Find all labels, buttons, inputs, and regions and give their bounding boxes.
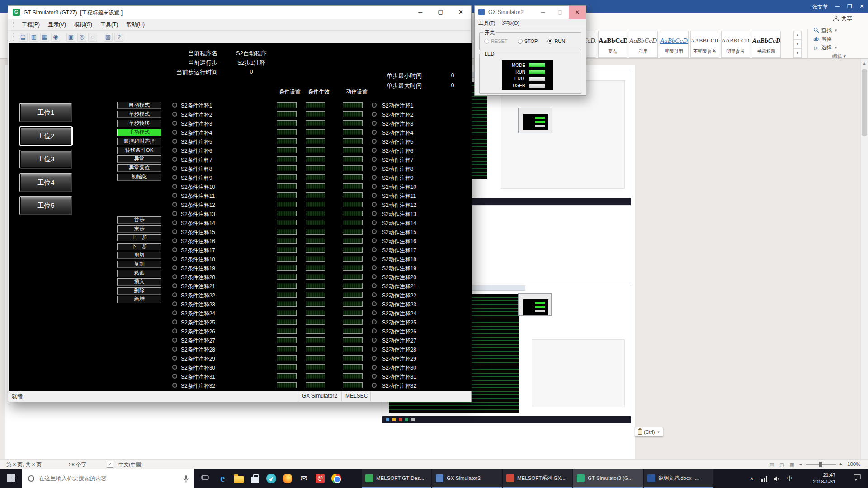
taskbar-firefox-button[interactable] [279, 469, 296, 488]
scroll-up-icon[interactable]: ▲ [861, 60, 868, 67]
gt-menu-4[interactable]: 工具(T) [96, 19, 122, 30]
taskbar-store-button[interactable] [247, 469, 263, 488]
style-要点[interactable]: AaBbCcD要点 [598, 31, 627, 58]
condition-active-led [306, 346, 326, 352]
taskbar-mail-button[interactable] [296, 469, 312, 488]
condition-label: S2条件注释27 [181, 337, 215, 345]
condition-active-led [306, 292, 326, 298]
word-close-button[interactable]: ✕ [856, 0, 868, 13]
show-desktop-button[interactable] [866, 469, 868, 488]
taskbar-clock[interactable]: 21:47 2018-1-31 [796, 469, 838, 488]
hmi-time-row-2: 单步最大时间0 [387, 82, 462, 92]
gt-toolbar-zoom-icon[interactable]: ◎ [77, 33, 86, 42]
zoom-out-button[interactable]: − [799, 461, 802, 467]
gallery-up-icon[interactable]: ▲ [793, 31, 802, 40]
condition-active-led [306, 274, 326, 280]
taskbar-chrome-button[interactable] [328, 469, 344, 488]
gt-menu-1[interactable]: 工程(P) [18, 19, 44, 30]
zoom-in-button[interactable]: + [839, 461, 842, 467]
gt-toolbar-snapshot-icon[interactable]: ◉ [51, 33, 60, 42]
taskbar-app-2[interactable]: GX Simulator2 [432, 469, 502, 488]
gx-switch-run[interactable]: RUN [547, 38, 565, 44]
gx-switch-reset[interactable]: RESET [484, 38, 508, 44]
gt-menu-2[interactable]: 显示(V) [44, 19, 70, 30]
gt-toolbar-property-icon[interactable]: ▧ [104, 33, 113, 42]
network-icon[interactable] [759, 469, 770, 488]
taskbar-app-4[interactable]: GT Simulator3 (G... [573, 469, 643, 488]
style-不明显参考[interactable]: AABBCCD:不明显参考 [690, 31, 719, 58]
gx-menu-2[interactable]: 选项(O) [502, 20, 520, 27]
action-center-button[interactable] [850, 469, 864, 488]
gt-toolbar-print-icon[interactable]: ▦ [40, 33, 49, 42]
zoom-slider[interactable] [806, 464, 836, 465]
taskbar-search-box[interactable] [22, 469, 194, 488]
word-minimize-button[interactable]: ─ [831, 0, 844, 13]
read-mode-icon[interactable]: ▤ [769, 461, 775, 468]
gt-minimize-button[interactable]: ─ [410, 6, 430, 19]
word-restore-button[interactable]: ❐ [844, 0, 856, 13]
gt-close-button[interactable]: ✕ [451, 6, 471, 19]
word-count[interactable]: 28 个字 [69, 461, 86, 468]
print-layout-icon[interactable]: ▢ [778, 461, 785, 468]
gt-toolbar-save-icon[interactable]: ▥ [29, 33, 38, 42]
taskbar-file-explorer-button[interactable] [231, 469, 247, 488]
microphone-icon[interactable] [183, 475, 189, 483]
condition-indicator [172, 238, 177, 243]
gallery-down-icon[interactable]: ▼ [793, 40, 802, 49]
proofing-icon[interactable]: ✓ [107, 461, 113, 468]
task-view-button[interactable] [196, 469, 214, 488]
menubar-grip[interactable] [13, 21, 14, 28]
word-user-name[interactable]: 张文苹 [812, 3, 828, 11]
toolbar-grip[interactable] [13, 33, 14, 41]
gx-close-button[interactable]: ✕ [569, 6, 586, 19]
condition-indicator [172, 148, 177, 153]
gallery-more-icon[interactable]: ▼ [793, 49, 802, 58]
tray-expand-icon[interactable]: ∧ [747, 469, 757, 488]
style-明显引用[interactable]: AaBbCcD.明显引用 [660, 31, 689, 58]
gt-maximize-button[interactable]: ▢ [430, 6, 451, 19]
gx-menu-1[interactable]: 工具(T) [478, 20, 495, 27]
gt-titlebar[interactable]: G GT Simulator3 (GT27) [工程标题未设置 ] ─ ▢ ✕ [8, 6, 471, 19]
select-button[interactable]: ▷ 选择 ▼ [813, 43, 865, 52]
gt-toolbar-help-icon[interactable]: ? [114, 33, 123, 42]
style-引用[interactable]: AaBbCcD.引用 [629, 31, 658, 58]
taskbar-edge-button[interactable] [214, 469, 231, 488]
gt-menu-3[interactable]: 模拟(S) [70, 19, 96, 30]
start-button[interactable] [0, 469, 22, 488]
zoom-level[interactable]: 100% [847, 461, 860, 467]
style-书籍标题[interactable]: AaBbCcD书籍标题 [752, 31, 781, 58]
replace-label: 替换 [821, 36, 832, 42]
paste-options-button[interactable]: (Ctrl) ▼ [635, 427, 663, 437]
condition-set-led [277, 102, 297, 108]
web-layout-icon[interactable]: ▦ [788, 461, 795, 468]
gt-menu-items: 工程(P)显示(V)模拟(S)工具(T)帮助(H) [18, 19, 149, 30]
zoom-slider-thumb[interactable] [819, 462, 822, 467]
ime-indicator[interactable]: 中 [784, 469, 796, 488]
share-button[interactable]: 共享 [833, 15, 852, 23]
taskbar-app-5[interactable]: 说明文档.docx -... [644, 469, 713, 488]
style-明显参考[interactable]: AABBCCD明显参考 [721, 31, 750, 58]
gt-toolbar-open-icon[interactable]: ▤ [19, 33, 28, 42]
taskbar-netease-mail-button[interactable] [312, 469, 328, 488]
language-indicator[interactable]: 中文(中国) [118, 461, 143, 468]
taskbar-search-input[interactable] [39, 475, 183, 482]
gx-titlebar[interactable]: GX Simulator2 ─ ▢ ✕ [475, 6, 586, 19]
taskbar-app-1[interactable]: MELSOFT GT Des... [362, 469, 431, 488]
find-button[interactable]: 查找 ▼ [813, 26, 865, 35]
gx-switch-stop[interactable]: STOP [518, 38, 538, 44]
volume-icon[interactable] [771, 469, 783, 488]
gt-toolbar-device-monitor-icon[interactable]: ▣ [66, 33, 75, 42]
gt-menu-5[interactable]: 帮助(H) [122, 19, 149, 30]
page-indicator[interactable]: 第 3 页, 共 3 页 [6, 461, 42, 468]
taskbar-browser-button[interactable] [263, 469, 279, 488]
scrollbar-thumb[interactable] [862, 69, 867, 136]
taskbar-app-3[interactable]: MELSOFT系列 GX... [503, 469, 572, 488]
condition-active-led [306, 120, 326, 126]
replace-button[interactable]: ab 替换 [813, 35, 865, 43]
windows-logo-icon [7, 474, 15, 483]
radio-label: RESET [491, 38, 508, 44]
condition-set-led [277, 192, 297, 198]
gx-minimize-button[interactable]: ─ [534, 6, 552, 19]
gt-toolbar-find-icon[interactable]: ◌ [88, 33, 97, 42]
document-scrollbar[interactable]: ▲ [860, 59, 868, 459]
